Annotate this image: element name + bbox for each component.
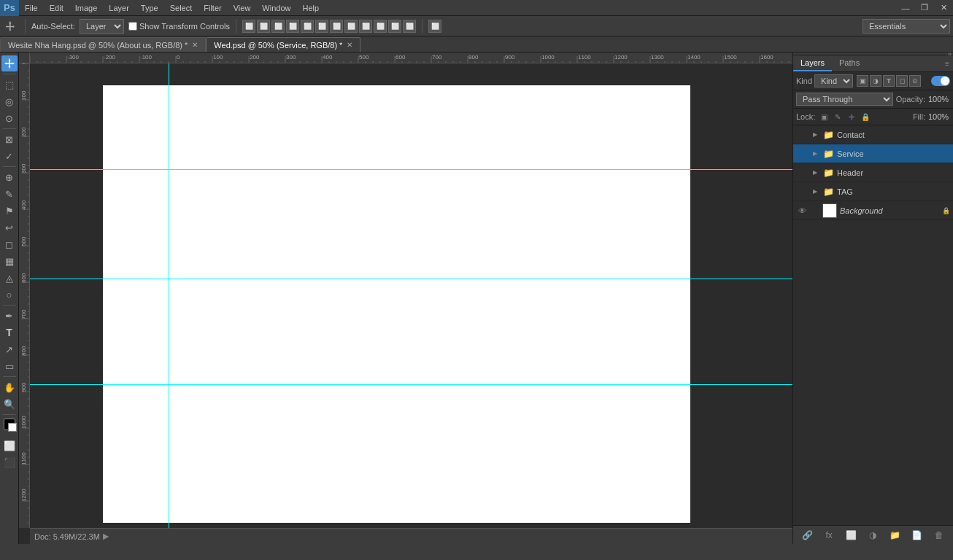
align-center-h-btn[interactable]: ⬜ [257, 20, 270, 33]
distribute-bottom-btn[interactable]: ⬜ [403, 20, 416, 33]
filter-adjustment-icon[interactable]: ◑ [870, 75, 881, 87]
zoom-tool[interactable]: 🔍 [1, 396, 18, 412]
restore-button[interactable]: ❐ [915, 0, 934, 16]
lock-position-icon[interactable]: ✛ [846, 111, 857, 122]
layer-expand-service[interactable]: ▶ [811, 149, 819, 158]
menu-window[interactable]: Window [256, 0, 296, 16]
align-right-btn[interactable]: ⬜ [271, 20, 285, 33]
tab-0[interactable]: Wesite Nha Hang.psd @ 50% (About us, RGB… [0, 37, 206, 52]
crop-tool[interactable]: ⊠ [1, 131, 18, 147]
layer-vis-background[interactable]: 👁 [796, 205, 808, 217]
history-brush-tool[interactable]: ↩ [1, 219, 18, 236]
hand-tool[interactable]: ✋ [1, 379, 18, 395]
type-tool[interactable]: T [1, 324, 18, 341]
lasso-tool[interactable]: ◎ [1, 93, 18, 109]
canvas-area[interactable]: Doc: 5.49M/22.3M ▶ [19, 52, 792, 544]
lock-all-icon[interactable]: 🔒 [860, 111, 871, 122]
align-left-btn[interactable]: ⬜ [242, 20, 255, 33]
tab-1-label: Wed.psd @ 50% (Service, RGB/8) * [214, 41, 342, 50]
quick-selection-tool[interactable]: ⊙ [1, 110, 18, 126]
menu-edit[interactable]: Edit [44, 0, 69, 16]
menu-image[interactable]: Image [69, 0, 104, 16]
dodge-tool[interactable]: ○ [1, 287, 18, 303]
opacity-value[interactable]: 100% [928, 95, 950, 104]
spot-healing-tool[interactable]: ⊕ [1, 169, 18, 185]
menu-layer[interactable]: Layer [103, 0, 135, 16]
screen-mode-tool[interactable]: ⬛ [1, 454, 18, 470]
align-top-btn[interactable]: ⬜ [286, 20, 299, 33]
distribute-left-btn[interactable]: ⬜ [330, 20, 343, 33]
layer-row-background[interactable]: 👁 Background 🔒 [793, 201, 953, 220]
arrange-btn[interactable]: ⬜ [428, 20, 441, 33]
filter-pixel-icon[interactable]: ▣ [857, 75, 868, 87]
minimize-button[interactable]: — [896, 0, 915, 16]
layer-row-tag[interactable]: ▶ 📁 TAG [793, 182, 953, 201]
status-arrow[interactable]: ▶ [103, 532, 109, 541]
fill-value[interactable]: 100% [928, 112, 950, 121]
menu-view[interactable]: View [228, 0, 257, 16]
brush-tool[interactable]: ✎ [1, 186, 18, 202]
align-bottom-btn[interactable]: ⬜ [315, 20, 328, 33]
layer-expand-header[interactable]: ▶ [811, 168, 819, 177]
quick-mask-tool[interactable]: ⬜ [1, 438, 18, 454]
delete-layer-btn[interactable]: 🗑 [932, 528, 946, 542]
layers-menu-btn[interactable]: ≡ [941, 58, 953, 69]
add-style-btn[interactable]: fx [822, 528, 836, 542]
essentials-dropdown[interactable]: Essentials Photography [863, 19, 950, 34]
layer-row-contact[interactable]: ▶ 📁 Contact [793, 125, 953, 144]
move-tool-icon[interactable] [3, 18, 19, 34]
menu-filter[interactable]: Filter [198, 0, 227, 16]
layer-vis-tag[interactable] [796, 186, 808, 198]
layer-expand-tag[interactable]: ▶ [811, 187, 819, 196]
tab-layers[interactable]: Layers [793, 55, 832, 71]
move-tool[interactable] [1, 55, 18, 71]
menu-select[interactable]: Select [164, 0, 198, 16]
add-mask-btn[interactable]: ⬜ [844, 528, 858, 542]
link-layers-btn[interactable]: 🔗 [800, 528, 814, 542]
lock-transparent-icon[interactable]: ▣ [818, 111, 830, 122]
menu-file[interactable]: File [19, 0, 44, 16]
align-center-v-btn[interactable]: ⬜ [301, 20, 314, 33]
eyedropper-tool[interactable]: ✓ [1, 148, 18, 164]
filter-toggle[interactable] [931, 76, 950, 86]
layer-vis-contact[interactable] [796, 129, 808, 141]
filter-kind-dropdown[interactable]: Kind [814, 74, 853, 88]
layer-row-header[interactable]: ▶ 📁 Header [793, 163, 953, 182]
distribute-center-v-btn[interactable]: ⬜ [388, 20, 401, 33]
eraser-tool[interactable]: ◻ [1, 236, 18, 252]
new-group-btn[interactable]: 📁 [888, 528, 903, 542]
blur-tool[interactable]: ◬ [1, 270, 18, 286]
auto-select-dropdown[interactable]: Layer Group [80, 19, 124, 34]
blend-mode-dropdown[interactable]: Pass Through Normal Multiply [796, 93, 893, 106]
layer-vis-service[interactable] [796, 148, 808, 160]
path-selection-tool[interactable]: ↗ [1, 341, 18, 357]
new-layer-btn[interactable]: 📄 [910, 528, 925, 542]
layer-row-service[interactable]: ▶ 📁 Service [793, 144, 953, 163]
tab-0-close[interactable]: ✕ [192, 41, 198, 49]
filter-shape-icon[interactable]: ◻ [896, 75, 908, 87]
rectangle-tool[interactable]: ▭ [1, 358, 18, 374]
filter-type-icon[interactable]: T [883, 75, 895, 87]
menu-help[interactable]: Help [296, 0, 325, 16]
lock-pixels-icon[interactable]: ✎ [832, 111, 844, 122]
distribute-top-btn[interactable]: ⬜ [374, 20, 387, 33]
close-button[interactable]: ✕ [934, 0, 953, 16]
tab-1[interactable]: Wed.psd @ 50% (Service, RGB/8) * ✕ [206, 37, 360, 52]
pen-tool[interactable]: ✒ [1, 308, 18, 324]
ruler-corner [19, 52, 30, 63]
canvas-viewport[interactable] [30, 63, 792, 528]
tab-1-close[interactable]: ✕ [347, 41, 352, 49]
layer-expand-contact[interactable]: ▶ [811, 131, 819, 139]
rectangular-marquee-tool[interactable]: ⬚ [1, 77, 18, 93]
menu-type[interactable]: Type [135, 0, 164, 16]
show-transform-checkbox[interactable] [128, 22, 137, 31]
layer-vis-header[interactable] [796, 167, 808, 179]
clone-stamp-tool[interactable]: ⚑ [1, 203, 18, 219]
distribute-right-btn[interactable]: ⬜ [359, 20, 372, 33]
gradient-tool[interactable]: ▦ [1, 253, 18, 269]
new-adjustment-btn[interactable]: ◑ [865, 528, 880, 542]
foreground-color[interactable] [4, 419, 15, 430]
filter-smart-icon[interactable]: ⊙ [909, 75, 921, 87]
tab-paths[interactable]: Paths [832, 55, 867, 71]
distribute-center-h-btn[interactable]: ⬜ [344, 20, 358, 33]
